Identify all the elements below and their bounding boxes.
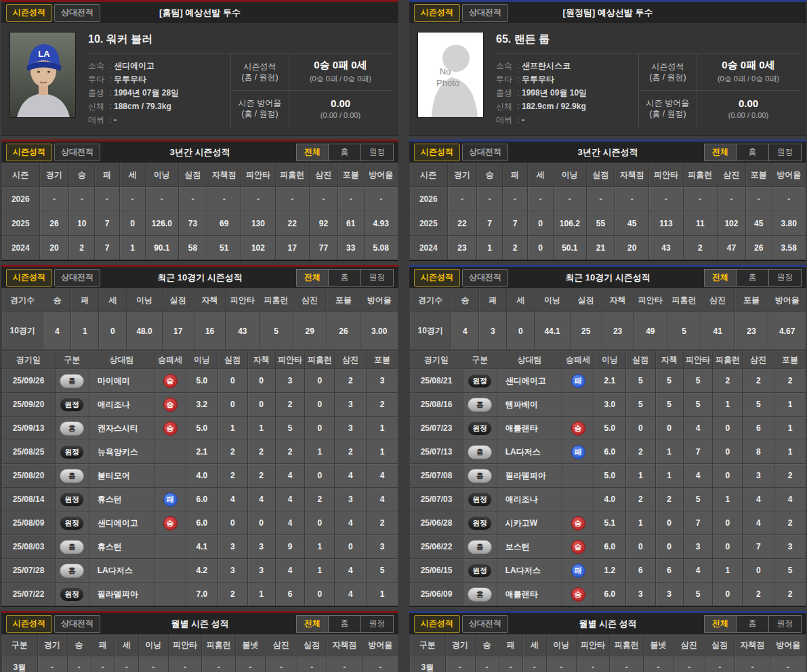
filter-away[interactable]: 원정 <box>361 269 394 287</box>
stat-cell: 5 <box>625 369 655 393</box>
col-header: 자책 <box>247 351 275 369</box>
stat-cell: - <box>772 187 806 211</box>
tab-head-to-head[interactable]: 상대전적 <box>462 615 508 633</box>
tab-season-stats[interactable]: 시즌성적 <box>414 144 460 161</box>
stat-cell: 4 <box>367 464 398 488</box>
stat-cell: 0 <box>305 369 335 393</box>
stat-cell: 106.2 <box>553 211 586 236</box>
game-date: 25/08/16 <box>410 393 463 417</box>
stat-cell: 5 <box>667 312 701 350</box>
result-cell <box>154 440 186 464</box>
tab-head-to-head[interactable]: 상대전적 <box>54 144 100 161</box>
stat-cell: 1 <box>655 440 683 464</box>
stat-cell: 3 <box>367 535 398 559</box>
venue-cell: 홈 <box>463 535 497 559</box>
stat-cell: - <box>91 656 115 672</box>
tab-season-stats[interactable]: 시즌성적 <box>414 269 460 287</box>
game-date: 25/07/03 <box>410 488 463 511</box>
filter-away[interactable]: 원정 <box>361 615 394 633</box>
col-header: 자책점 <box>734 635 770 656</box>
stat-cell: 4 <box>275 464 305 488</box>
game-date: 25/07/08 <box>410 464 463 488</box>
filter-all[interactable]: 전체 <box>296 269 329 287</box>
tab-season-stats[interactable]: 시즌성적 <box>414 615 460 633</box>
opponent-name: 마이애미 <box>89 369 154 393</box>
tab-head-to-head[interactable]: 상대전적 <box>54 269 100 287</box>
opponent-name: 애틀랜타 <box>497 417 562 440</box>
stat-cell: 6.0 <box>186 511 218 535</box>
tab-group: 시즌성적 상대전적 <box>6 615 109 633</box>
filter-home[interactable]: 홈 <box>737 269 769 287</box>
tab-head-to-head[interactable]: 상대전적 <box>462 269 508 287</box>
col-header: 삼진 <box>309 163 337 187</box>
filter-all[interactable]: 전체 <box>704 144 737 161</box>
monthly-header: 시즌성적 상대전적 월별 시즌 성적 전체 홈 원정 <box>409 613 806 634</box>
filter-home[interactable]: 홈 <box>329 144 361 161</box>
stat-cell: 7 <box>94 236 119 260</box>
stat-cell: 1 <box>625 464 655 488</box>
opponent-name: 탬파베이 <box>497 393 562 417</box>
game-date: 25/07/28 <box>2 559 56 583</box>
season-era-label: 시즌 방어율(홈 / 원정) <box>231 91 289 127</box>
col-header: 방어율 <box>770 635 806 656</box>
stat-cell: - <box>327 656 363 672</box>
win-badge: 승 <box>163 516 178 530</box>
filter-away[interactable]: 원정 <box>769 144 802 161</box>
filter-away[interactable]: 원정 <box>769 615 802 633</box>
stat-cell: 17 <box>275 236 309 260</box>
stat-cell: 2 <box>335 369 367 393</box>
venue-badge: 홈 <box>468 445 492 459</box>
tab-head-to-head[interactable]: 상대전적 <box>54 615 100 633</box>
tab-head-to-head[interactable]: 상대전적 <box>462 4 508 22</box>
filter-away[interactable]: 원정 <box>769 269 802 287</box>
stat-cell: 1 <box>247 583 275 606</box>
venue-cell: 원정 <box>55 511 89 535</box>
stat-cell: 51 <box>207 236 241 260</box>
venue-cell: 원정 <box>463 559 497 583</box>
col-header: 삼진 <box>743 351 774 369</box>
tab-head-to-head[interactable]: 상대전적 <box>54 4 100 22</box>
stat-cell: 2 <box>218 583 247 606</box>
filter-all[interactable]: 전체 <box>704 615 737 633</box>
stat-cell: 0 <box>713 417 743 440</box>
stat-cell: 102 <box>717 211 745 236</box>
filter-home[interactable]: 홈 <box>737 144 769 161</box>
season-era-label: 시즌 방어율(홈 / 원정) <box>639 91 697 127</box>
tab-season-stats[interactable]: 시즌성적 <box>6 144 52 161</box>
season-era-row: 시즌 방어율(홈 / 원정) 0.00 (0.00 / 0.00) <box>231 90 392 127</box>
stat-cell: 5 <box>774 559 806 583</box>
stat-cell: 7 <box>683 440 713 464</box>
venue-cell: 원정 <box>55 440 89 464</box>
tab-season-stats[interactable]: 시즌성적 <box>6 269 52 287</box>
row-label: 2026 <box>410 187 448 211</box>
tab-season-stats[interactable]: 시즌성적 <box>6 615 52 633</box>
stat-cell: 1 <box>120 236 145 260</box>
stat-cell: 3 <box>625 583 655 606</box>
filter-all[interactable]: 전체 <box>296 144 329 161</box>
loss-badge: 패 <box>163 492 178 507</box>
season-record-subvalue: (0승 0패 / 0승 0패) <box>310 74 371 84</box>
tab-season-stats[interactable]: 시즌성적 <box>414 4 460 22</box>
stat-cell: 17 <box>162 312 194 350</box>
filter-home[interactable]: 홈 <box>737 615 769 633</box>
stat-cell: 5 <box>655 393 683 417</box>
tab-season-stats[interactable]: 시즌성적 <box>6 4 52 22</box>
col-header: 피홈런 <box>683 163 717 187</box>
filter-away[interactable]: 원정 <box>361 144 394 161</box>
filter-all[interactable]: 전체 <box>704 269 737 287</box>
filter-home[interactable]: 홈 <box>329 615 361 633</box>
stat-cell: - <box>705 656 734 672</box>
venue-filter-group: 전체 홈 원정 <box>291 615 394 633</box>
tab-head-to-head[interactable]: 상대전적 <box>462 144 508 161</box>
recent-games-section: 시즌성적 상대전적 최근 10경기 시즌성적 전체 홈 원정 경기수승패세이닝실… <box>1 265 398 607</box>
filter-all[interactable]: 전체 <box>296 615 329 633</box>
stat-cell: 2 <box>683 236 717 260</box>
stat-cell: 1 <box>367 440 398 464</box>
table-row: 2025261070126.073691302292614.93 <box>2 211 398 236</box>
col-header: 이닝 <box>553 163 586 187</box>
table-row: 202522770106.2554511311102453.80 <box>410 211 806 236</box>
col-header: 경기 <box>445 635 475 656</box>
filter-home[interactable]: 홈 <box>329 269 361 287</box>
player-photo: No Photo <box>417 32 484 118</box>
stat-cell: 4.67 <box>768 312 806 350</box>
